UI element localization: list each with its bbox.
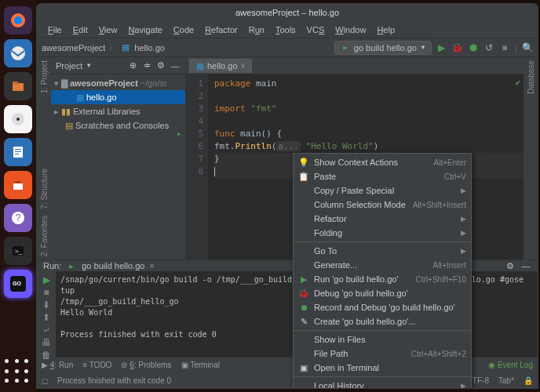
ctx-local-history[interactable]: Local History▶ [294, 379, 471, 389]
ctx-copy-paste-special[interactable]: Copy / Paste Special▶ [294, 183, 471, 198]
menu-window[interactable]: Window [332, 24, 369, 36]
tree-root[interactable]: ▾ ▇ awesomeProject ~/go/sr [51, 76, 185, 90]
debug-button[interactable]: 🐞 [452, 42, 463, 53]
breadcrumb[interactable]: awesomeProject 〉 ▦ hello.go [42, 42, 165, 53]
tree-external-libraries[interactable]: ▸ ▮▮ External Libraries [51, 104, 185, 118]
editor-tab-hello[interactable]: ▦ hello.go × [189, 59, 252, 73]
close-icon[interactable]: × [149, 262, 154, 270]
ctx-item-label: Open in Terminal [314, 363, 466, 372]
ctx-column-selection-mode[interactable]: Column Selection ModeAlt+Shift+Insert [294, 198, 471, 212]
paste-icon: 📋 [298, 172, 309, 182]
tree-scratches[interactable]: ▤ Scratches and Consoles [51, 118, 185, 132]
menu-navigate[interactable]: Navigate [125, 24, 165, 36]
stop-button[interactable]: ■ [499, 42, 510, 53]
trash-icon[interactable]: 🗑 [41, 350, 52, 361]
help-icon[interactable]: ? [4, 204, 32, 232]
hide-icon[interactable]: — [520, 260, 531, 271]
rhythmbox-icon[interactable] [4, 105, 32, 133]
show-applications-icon[interactable] [5, 359, 31, 386]
shortcut-label: Ctrl+V [444, 172, 466, 181]
shortcut-label: Alt+Insert [432, 261, 466, 270]
gear-icon[interactable]: ⚙ [155, 60, 166, 71]
menu-run[interactable]: Run [246, 24, 268, 36]
chevron-down-icon: ▼ [420, 44, 426, 51]
indent-info[interactable]: Tab* [498, 376, 514, 385]
ctx-record-and-debug-go-build-hello-go[interactable]: ⏺Record and Debug 'go build hello.go' [294, 300, 471, 314]
main-menu: File Edit View Navigate Code Refactor Ru… [37, 21, 538, 38]
ctx-refactor[interactable]: Refactor▶ [294, 212, 471, 226]
ctx-run-go-build-hello-go[interactable]: ▶Run 'go build hello.go'Ctrl+Shift+F10 [294, 272, 471, 286]
search-everywhere-button[interactable]: 🔍 [522, 42, 533, 53]
print-icon[interactable]: 🖶 [41, 337, 52, 348]
run-icon: ▸ [340, 42, 351, 53]
tab-run[interactable]: ▶ 4: Run [42, 361, 73, 369]
terminal-icon[interactable]: >_ [4, 237, 32, 265]
run-title: Run: [43, 261, 61, 270]
tree-file-hello[interactable]: ▦ hello.go [51, 90, 185, 104]
menu-refactor[interactable]: Refactor [202, 24, 241, 36]
tab-terminal[interactable]: ▣ Terminal [181, 361, 220, 369]
svg-rect-10 [15, 154, 19, 154]
rerun-button[interactable]: ▶ [41, 274, 52, 285]
down-icon[interactable]: ⬇ [41, 299, 52, 310]
ctx-file-path[interactable]: File PathCtrl+Alt+Shift+2 [294, 347, 471, 361]
expand-all-icon[interactable]: ≑ [141, 60, 152, 71]
tab-todo[interactable]: ≡ TODO [82, 361, 111, 369]
stop-button[interactable]: ■ [41, 287, 52, 298]
goland-icon[interactable]: GO [4, 270, 32, 298]
menu-help[interactable]: Help [374, 24, 398, 36]
tool-database-tab[interactable]: Database [527, 57, 535, 97]
hide-icon[interactable]: — [170, 60, 181, 71]
ctx-item-label: Generate... [314, 260, 428, 270]
tab-problems[interactable]: ⊘ 6: Problems [121, 361, 171, 369]
status-square-icon[interactable]: ◻ [42, 376, 48, 385]
run-config-dropdown[interactable]: ▸ go build hello.go ▼ [334, 41, 432, 55]
menu-vcs[interactable]: VCS [304, 24, 328, 36]
ctx-open-in-terminal[interactable]: ▣Open in Terminal [294, 361, 471, 375]
ctx-folding[interactable]: Folding▶ [294, 226, 471, 240]
chevron-down-icon[interactable]: ▼ [86, 62, 92, 69]
ctx-generate[interactable]: Generate...Alt+Insert [294, 258, 471, 272]
ubuntu-software-icon[interactable] [4, 171, 32, 199]
profiler-button[interactable]: ↺ [483, 42, 494, 53]
tool-favorites-tab[interactable]: 2: Favorites [40, 212, 49, 260]
menu-view[interactable]: View [96, 24, 121, 36]
firefox-icon[interactable] [4, 6, 32, 34]
inspection-ok-icon[interactable]: ✔ [515, 78, 520, 88]
soft-wrap-icon[interactable]: ⤶ [41, 325, 52, 336]
ctx-item-label: Create 'go build hello.go'... [314, 317, 466, 326]
ctx-show-context-actions[interactable]: 💡Show Context ActionsAlt+Enter [294, 155, 471, 169]
close-icon[interactable]: × [241, 62, 246, 71]
coverage-button[interactable]: ⬢ [468, 42, 479, 53]
gear-icon[interactable]: ⚙ [505, 260, 516, 271]
tree-root-path: ~/go/sr [140, 78, 167, 88]
ctx-create-go-build-hello-go[interactable]: ✎Create 'go build hello.go'... [294, 314, 471, 328]
line-gutter: 12345678 [186, 74, 208, 260]
menu-tools[interactable]: Tools [272, 24, 299, 36]
svg-point-2 [11, 46, 25, 60]
project-tool-header: Project ▼ ⊕ ≑ ⚙ — [51, 57, 185, 74]
chevron-right-icon: ▸ [54, 107, 59, 117]
ctx-show-in-files[interactable]: Show in Files [294, 332, 471, 347]
tool-project-tab[interactable]: 1: Project [40, 57, 49, 96]
tool-structure-tab[interactable]: 7: Structure [40, 165, 49, 212]
select-opened-file-icon[interactable]: ⊕ [127, 60, 138, 71]
readonly-lock-icon[interactable]: 🔒 [524, 376, 533, 385]
menu-code[interactable]: Code [170, 24, 197, 36]
thunderbird-icon[interactable] [4, 39, 32, 67]
run-config-label: go build hello.go [354, 43, 417, 53]
event-log-button[interactable]: ◉ Event Log [488, 361, 533, 369]
menu-file[interactable]: File [45, 24, 65, 36]
up-icon[interactable]: ⬆ [41, 312, 52, 323]
bulb-icon: 💡 [298, 158, 309, 168]
ctx-paste[interactable]: 📋PasteCtrl+V [294, 169, 471, 183]
ctx-debug-go-build-hello-go[interactable]: 🐞Debug 'go build hello.go' [294, 286, 471, 300]
libreoffice-writer-icon[interactable] [4, 138, 32, 166]
tree-scratches-label: Scratches and Consoles [75, 121, 169, 130]
files-icon[interactable] [4, 72, 32, 100]
right-tool-strip: Database [524, 57, 538, 260]
menu-edit[interactable]: Edit [70, 24, 91, 36]
run-button[interactable]: ▶ [436, 42, 447, 53]
ctx-go-to[interactable]: Go To▶ [294, 244, 471, 258]
project-tool-title[interactable]: Project [56, 61, 82, 71]
